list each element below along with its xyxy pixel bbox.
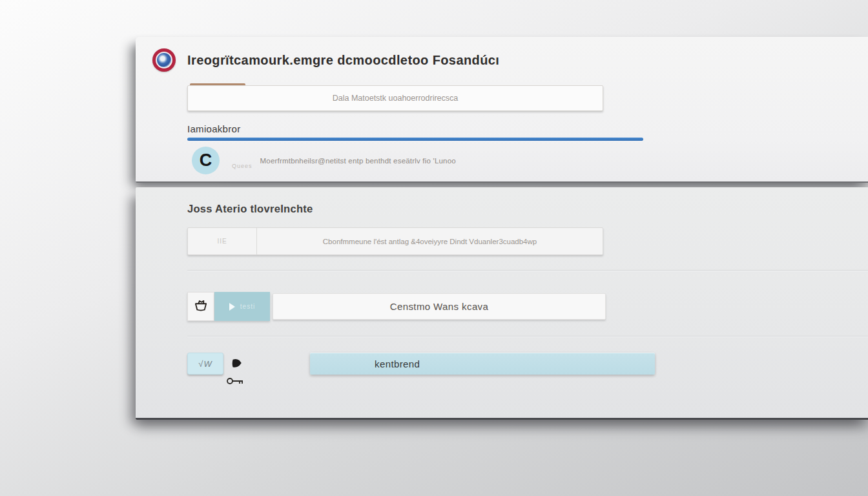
avatar[interactable]: C (192, 147, 220, 174)
divider (187, 336, 868, 336)
app-title: Ireogrïtcamourk.emgre dcmoocdletoo Fosan… (187, 53, 499, 68)
globe-logo-icon (152, 48, 176, 72)
desktop-background: Ireogrïtcamourk.emgre dcmoocdletoo Fosan… (0, 0, 868, 496)
header-panel: Ireogrïtcamourk.emgre dcmoocdletoo Fosan… (136, 37, 868, 183)
bottom-row: √W kentbrend (187, 353, 868, 391)
globe-logo-inner (156, 52, 172, 68)
cursor-blob-icon (230, 357, 244, 369)
avatar-caption: Quees (232, 163, 253, 174)
brand-row: Ireogrïtcamourk.emgre dcmoocdletoo Fosan… (152, 48, 499, 72)
shortcut-chip[interactable]: √W (187, 353, 223, 375)
progress-bar (187, 138, 643, 141)
avatar-row: C Quees Moerfrmtbnheilsr@netitst entp be… (192, 147, 456, 174)
divider (187, 270, 868, 271)
field-prefix-label: IIE (188, 228, 257, 254)
main-search-input[interactable] (187, 85, 603, 111)
form-panel: Joss Aterio tlovreInchte IIE testi (136, 187, 868, 420)
prefixed-field: IIE (187, 227, 603, 255)
confirmation-input[interactable] (257, 228, 603, 254)
section-heading: Joss Aterio tlovreInchte (187, 203, 313, 215)
action-row: testi (187, 292, 606, 321)
play-button[interactable]: testi (214, 292, 270, 321)
play-icon (229, 303, 235, 311)
basket-icon (192, 297, 209, 316)
avatar-note: Moerfrmtbnheilsr@netitst entp benthdt es… (260, 157, 456, 165)
field-label: Iamioakbror (187, 123, 241, 134)
key-icon (226, 376, 245, 386)
play-button-label: testi (240, 303, 255, 310)
value-input[interactable] (273, 293, 606, 320)
basket-button[interactable] (187, 292, 214, 321)
kentbrend-button[interactable]: kentbrend (310, 353, 655, 375)
